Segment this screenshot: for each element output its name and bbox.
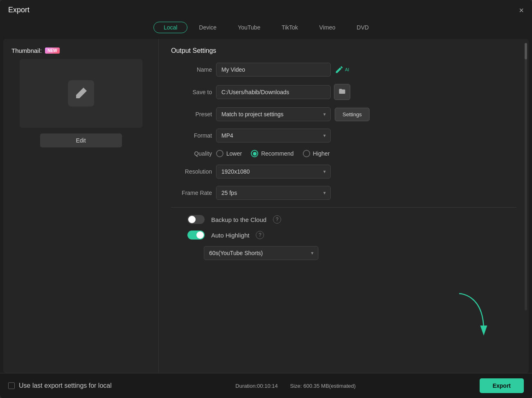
format-row: Format MP4: [171, 129, 516, 142]
left-panel: Thumbnail: NEW Edit: [3, 39, 159, 373]
content-area: Thumbnail: NEW Edit Output Settings N: [3, 39, 529, 373]
backup-cloud-toggle[interactable]: [187, 215, 205, 224]
edit-button[interactable]: Edit: [40, 133, 122, 147]
title-bar: Export ×: [0, 0, 532, 18]
close-button[interactable]: ×: [519, 6, 524, 14]
save-to-row: Save to: [171, 84, 516, 100]
youtube-shorts-select[interactable]: 60s(YouTube Shorts): [204, 246, 318, 260]
ai-pencil-icon: [335, 65, 344, 74]
tab-bar: Local Device YouTube TikTok Vimeo DVD: [0, 18, 532, 39]
tab-tiktok[interactable]: TikTok: [272, 22, 308, 33]
youtube-shorts-row: 60s(YouTube Shorts): [187, 246, 516, 260]
frame-rate-row: Frame Rate 25 fps: [171, 186, 516, 200]
auto-highlight-toggle[interactable]: [187, 231, 205, 240]
tab-dvd[interactable]: DVD: [347, 22, 379, 33]
name-label: Name: [171, 66, 212, 73]
auto-highlight-label: Auto Highlight: [211, 232, 249, 239]
resolution-label: Resolution: [171, 168, 212, 175]
preset-label: Preset: [171, 111, 212, 118]
quality-lower-radio[interactable]: [216, 150, 223, 157]
quality-higher[interactable]: Higher: [303, 150, 330, 157]
output-settings-title: Output Settings: [171, 47, 516, 54]
backup-cloud-label: Backup to the Cloud: [211, 216, 266, 223]
tab-youtube[interactable]: YouTube: [228, 22, 270, 33]
bottom-info: Duration:00:10:14 Size: 600.35 MB(estima…: [235, 383, 356, 389]
tab-local[interactable]: Local: [153, 22, 187, 33]
left-panel-center: Edit: [11, 59, 150, 147]
export-button[interactable]: Export: [480, 378, 524, 393]
dialog-title: Export: [8, 6, 29, 14]
tab-device[interactable]: Device: [189, 22, 226, 33]
frame-rate-select-wrapper: 25 fps: [216, 186, 331, 200]
preset-input-group: Match to project settings Settings: [216, 107, 370, 121]
thumbnail-icon: [68, 80, 94, 106]
last-settings-label: Use last export settings for local: [19, 382, 112, 389]
quality-lower[interactable]: Lower: [216, 150, 242, 157]
bottom-left: Use last export settings for local: [8, 382, 112, 389]
bottom-bar: Use last export settings for local Durat…: [0, 373, 532, 398]
resolution-select[interactable]: 1920x1080: [216, 165, 331, 179]
folder-icon: [338, 88, 346, 95]
format-select-wrapper: MP4: [216, 129, 331, 142]
arrow-svg: [451, 289, 492, 339]
save-to-label: Save to: [171, 89, 212, 95]
quality-recommend[interactable]: Recommend: [251, 150, 293, 157]
ai-subscript: AI: [345, 67, 349, 72]
divider: [171, 207, 516, 208]
auto-highlight-help-icon[interactable]: ?: [256, 231, 264, 239]
settings-button[interactable]: Settings: [335, 108, 370, 121]
folder-button[interactable]: [334, 84, 350, 100]
youtube-shorts-select-wrapper: 60s(YouTube Shorts): [204, 246, 318, 260]
quality-recommend-label: Recommend: [261, 150, 293, 157]
quality-higher-radio[interactable]: [303, 150, 310, 157]
right-panel: Output Settings Name AI Save to: [159, 39, 529, 373]
backup-cloud-thumb: [188, 216, 196, 223]
save-to-input-group: [216, 84, 350, 100]
name-row: Name AI: [171, 63, 516, 77]
tab-vimeo[interactable]: Vimeo: [309, 22, 345, 33]
export-dialog: Export × Local Device YouTube TikTok Vim…: [0, 0, 532, 398]
size-label: Size: 600.35 MB(estimated): [290, 383, 356, 389]
preset-select[interactable]: Match to project settings: [216, 107, 331, 121]
duration-label: Duration:00:10:14: [235, 383, 277, 389]
resolution-row: Resolution 1920x1080: [171, 165, 516, 179]
quality-options: Lower Recommend Higher: [216, 150, 330, 157]
scrollbar[interactable]: [525, 43, 527, 310]
edit-pencil-icon: [74, 87, 88, 100]
backup-cloud-help-icon[interactable]: ?: [273, 215, 281, 224]
new-badge: NEW: [45, 47, 59, 54]
quality-lower-label: Lower: [226, 150, 242, 157]
format-select[interactable]: MP4: [216, 129, 331, 142]
arrow-indicator: [451, 289, 492, 340]
preset-select-wrapper: Match to project settings: [216, 107, 331, 121]
name-input-group: AI: [216, 63, 349, 77]
backup-cloud-row: Backup to the Cloud ?: [171, 215, 516, 224]
preset-row: Preset Match to project settings Setting…: [171, 107, 516, 121]
radio-dot: [253, 152, 257, 156]
frame-rate-label: Frame Rate: [171, 190, 212, 196]
quality-label: Quality: [171, 150, 212, 157]
name-input[interactable]: [216, 63, 331, 77]
resolution-select-wrapper: 1920x1080: [216, 165, 331, 179]
auto-highlight-thumb: [196, 231, 204, 239]
ai-icon[interactable]: AI: [335, 65, 349, 74]
save-to-input[interactable]: [216, 85, 331, 99]
thumbnail-label-row: Thumbnail: NEW: [11, 47, 60, 54]
scrollbar-thumb[interactable]: [525, 43, 527, 59]
auto-highlight-row: Auto Highlight ?: [171, 231, 516, 240]
quality-higher-label: Higher: [313, 150, 330, 157]
quality-row: Quality Lower Recommend Higher: [171, 150, 516, 157]
frame-rate-select[interactable]: 25 fps: [216, 186, 331, 200]
thumbnail-preview: [20, 59, 142, 128]
quality-recommend-radio[interactable]: [251, 150, 258, 157]
format-label: Format: [171, 132, 212, 139]
last-settings-checkbox[interactable]: [8, 382, 15, 389]
thumbnail-text: Thumbnail:: [11, 47, 42, 54]
